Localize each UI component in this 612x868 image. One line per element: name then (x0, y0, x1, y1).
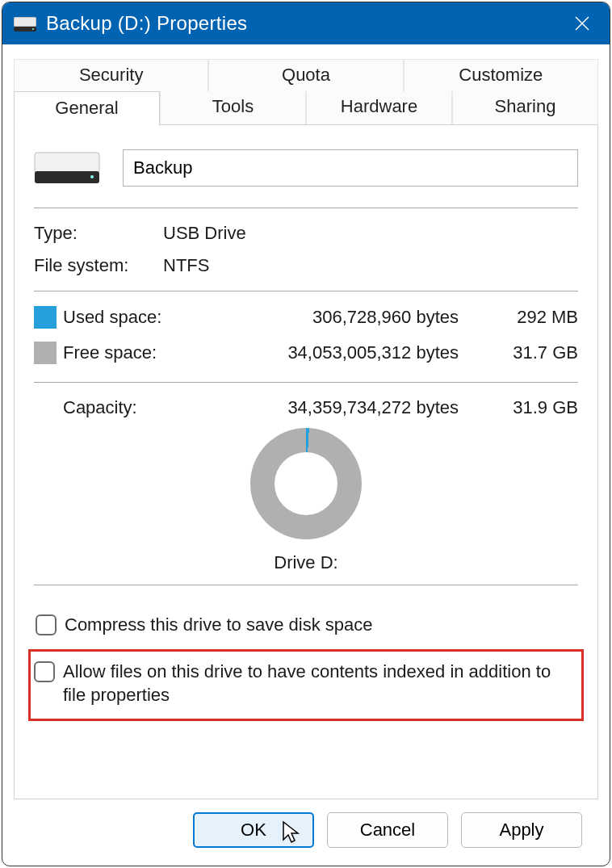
tab-quota[interactable]: Quota (208, 59, 403, 91)
ok-button-label: OK (241, 820, 266, 841)
free-space-label: Free space: (63, 342, 184, 363)
index-label: Allow files on this drive to have conten… (63, 660, 575, 707)
capacity-label: Capacity: (63, 397, 184, 418)
free-space-bytes: 34,053,005,312 bytes (184, 342, 481, 363)
tab-sharing[interactable]: Sharing (452, 91, 598, 125)
drive-icon (14, 17, 36, 31)
svg-rect-5 (35, 153, 99, 174)
filesystem-value: NTFS (163, 255, 578, 276)
apply-button[interactable]: Apply (461, 812, 582, 848)
cancel-button[interactable]: Cancel (327, 812, 448, 848)
used-space-label: Used space: (63, 307, 184, 328)
tab-security[interactable]: Security (14, 59, 208, 91)
cursor-icon (282, 820, 301, 849)
tab-panel-general: Type: USB Drive File system: NTFS Used s… (14, 124, 598, 799)
titlebar: Backup (D:) Properties (2, 2, 610, 44)
used-space-swatch (34, 306, 57, 329)
dialog-button-bar: OK Cancel Apply (14, 799, 598, 866)
compress-checkbox-row[interactable]: Compress this drive to save disk space (34, 610, 578, 640)
tab-general[interactable]: General (14, 91, 160, 126)
properties-dialog: Backup (D:) Properties Security Quota Cu… (2, 2, 610, 866)
capacity-bytes: 34,359,734,272 bytes (184, 397, 481, 418)
svg-point-2 (32, 28, 34, 30)
svg-point-7 (90, 175, 94, 178)
drive-icon-large (34, 152, 100, 184)
drive-name-input[interactable] (123, 149, 578, 187)
usage-pie-chart (250, 428, 362, 539)
tab-tools[interactable]: Tools (160, 91, 306, 125)
capacity-human: 31.9 GB (481, 397, 578, 418)
drive-caption: Drive D: (274, 552, 337, 573)
index-checkbox[interactable] (34, 661, 55, 682)
ok-button[interactable]: OK (193, 812, 314, 848)
free-space-human: 31.7 GB (481, 342, 578, 363)
compress-label: Compress this drive to save disk space (65, 613, 373, 637)
svg-rect-0 (14, 17, 36, 27)
tab-hardware[interactable]: Hardware (306, 91, 452, 125)
compress-checkbox[interactable] (36, 614, 57, 635)
close-button[interactable] (566, 7, 598, 40)
window-title: Backup (D:) Properties (46, 12, 566, 35)
used-space-human: 292 MB (481, 307, 578, 328)
tab-customize[interactable]: Customize (404, 59, 598, 91)
svg-rect-6 (35, 171, 99, 183)
dialog-body: Security Quota Customize General Tools H… (2, 44, 610, 866)
index-checkbox-row[interactable]: Allow files on this drive to have conten… (31, 652, 581, 719)
type-label: Type: (34, 223, 163, 244)
type-value: USB Drive (163, 223, 578, 244)
free-space-swatch (34, 342, 57, 364)
filesystem-label: File system: (34, 255, 163, 276)
used-space-bytes: 306,728,960 bytes (184, 307, 481, 328)
tab-strip: Security Quota Customize General Tools H… (14, 59, 598, 125)
